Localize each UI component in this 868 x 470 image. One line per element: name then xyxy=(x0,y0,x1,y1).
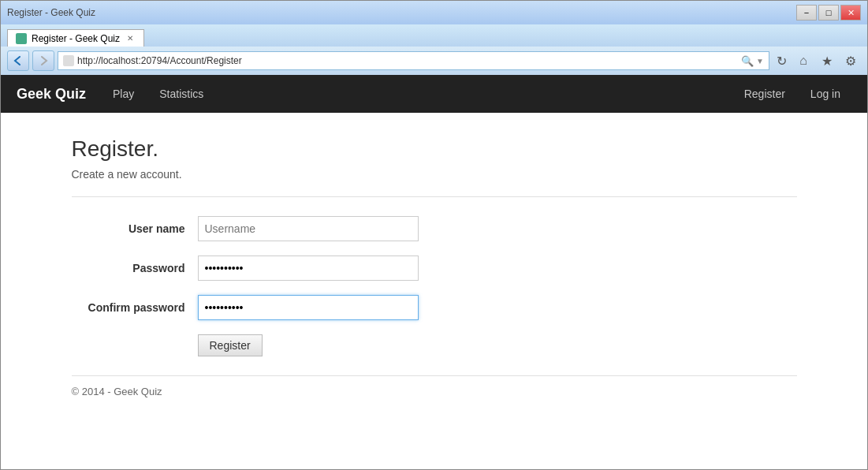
password-label: Password xyxy=(72,262,198,274)
titlebar-controls: − □ ✕ xyxy=(796,5,861,21)
maximize-button[interactable]: □ xyxy=(818,5,839,21)
navbar: Geek Quiz Play Statistics Register Log i… xyxy=(1,75,867,113)
favorites-button[interactable]: ★ xyxy=(817,50,837,71)
divider xyxy=(72,196,797,197)
confirm-password-label: Confirm password xyxy=(72,301,198,314)
content-area: Register. Create a new account. User nam… xyxy=(56,113,813,421)
navbar-brand[interactable]: Geek Quiz xyxy=(17,86,86,103)
titlebar-left: Register - Geek Quiz xyxy=(7,7,95,18)
password-input[interactable] xyxy=(198,256,419,281)
submit-group: Register xyxy=(72,334,797,356)
refresh-button[interactable]: ↻ xyxy=(773,52,790,69)
navbar-right: Register Log in xyxy=(733,81,851,106)
toolbar-right: ⌂ ★ ⚙ xyxy=(793,50,861,71)
nav-link-register[interactable]: Register xyxy=(733,81,796,106)
username-label: User name xyxy=(72,222,198,235)
password-group: Password xyxy=(72,256,797,281)
tabbar: Register - Geek Quiz ✕ xyxy=(1,24,867,47)
nav-link-play[interactable]: Play xyxy=(102,81,145,106)
addressbar: http://localhost:20794/Account/Register … xyxy=(1,47,867,75)
titlebar: Register - Geek Quiz − □ ✕ xyxy=(1,1,867,24)
browser-window: Register - Geek Quiz − □ ✕ Register - Ge… xyxy=(0,0,868,470)
page-subtitle: Create a new account. xyxy=(72,168,797,181)
footer-text: © 2014 - Geek Quiz xyxy=(72,386,797,397)
nav-link-login[interactable]: Log in xyxy=(799,81,851,106)
username-input[interactable] xyxy=(198,216,419,241)
page-title: Register. xyxy=(72,136,797,162)
minimize-button[interactable]: − xyxy=(796,5,817,21)
dropdown-icon[interactable]: ▼ xyxy=(756,57,764,65)
window-title: Register - Geek Quiz xyxy=(7,7,95,18)
url-text: http://localhost:20794/Account/Register xyxy=(77,55,739,66)
tab-label: Register - Geek Quiz xyxy=(32,33,120,44)
navbar-links: Play Statistics xyxy=(102,81,733,106)
forward-button[interactable] xyxy=(32,50,54,71)
browser-tab[interactable]: Register - Geek Quiz ✕ xyxy=(7,29,144,47)
confirm-password-group: Confirm password xyxy=(72,295,797,320)
nav-link-statistics[interactable]: Statistics xyxy=(148,81,214,106)
confirm-password-input[interactable] xyxy=(198,295,419,320)
register-button[interactable]: Register xyxy=(198,334,263,356)
back-button[interactable] xyxy=(7,50,29,71)
footer-divider xyxy=(72,375,797,376)
home-button[interactable]: ⌂ xyxy=(793,50,814,71)
username-group: User name xyxy=(72,216,797,241)
settings-button[interactable]: ⚙ xyxy=(840,50,861,71)
search-button[interactable]: 🔍 xyxy=(739,52,756,69)
register-form: User name Password Confirm password Regi… xyxy=(72,216,797,356)
tab-close-button[interactable]: ✕ xyxy=(125,33,136,44)
address-box[interactable]: http://localhost:20794/Account/Register … xyxy=(58,51,769,70)
address-favicon xyxy=(63,55,74,66)
main-content: Register. Create a new account. User nam… xyxy=(1,113,867,469)
close-button[interactable]: ✕ xyxy=(840,5,861,21)
tab-favicon xyxy=(16,33,27,44)
